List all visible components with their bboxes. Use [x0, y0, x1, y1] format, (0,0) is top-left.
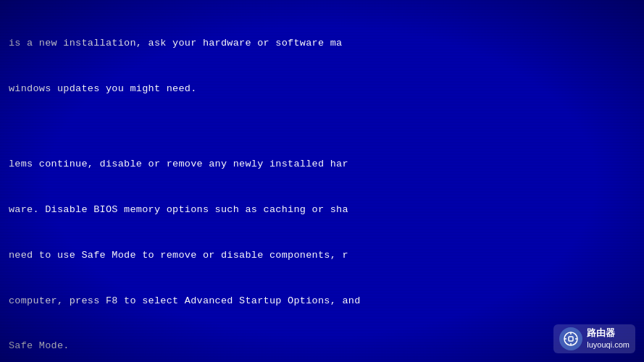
bsod-line-6: need to use Safe Mode to remove or disab…	[9, 248, 635, 264]
svg-rect-1	[569, 337, 573, 341]
watermark-url: luyouqi.com	[587, 340, 630, 350]
bsod-screen: is a new installation, ask your hardware…	[0, 0, 644, 362]
watermark-site-name: 路由器	[587, 327, 630, 340]
bsod-text-area: is a new installation, ask your hardware…	[0, 0, 644, 362]
bsod-line-5: ware. Disable BIOS memory options such a…	[9, 203, 635, 218]
bsod-line-8: Safe Mode.	[9, 339, 635, 354]
bsod-line-2: windows updates you might need.	[9, 82, 635, 97]
bsod-line-4: lems continue, disable or remove any new…	[9, 157, 635, 172]
watermark-text-block: 路由器 luyouqi.com	[587, 327, 630, 350]
watermark: 路由器 luyouqi.com	[553, 324, 635, 353]
watermark-icon	[559, 327, 582, 350]
bsod-line-1: is a new installation, ask your hardware…	[9, 36, 635, 51]
bsod-line-7: computer, press F8 to select Advanced St…	[9, 294, 635, 309]
